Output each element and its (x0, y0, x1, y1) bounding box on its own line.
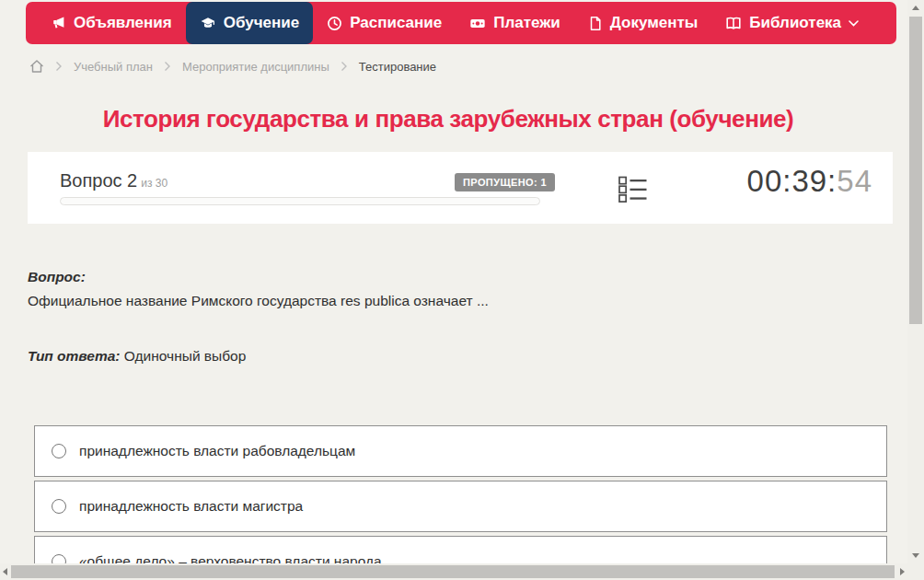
nav-item-announcements[interactable]: Объявления (37, 2, 186, 44)
book-icon (725, 16, 742, 31)
nav-item-label: Платежи (493, 14, 560, 32)
answer-type-label: Тип ответа: (28, 348, 121, 364)
chevron-down-icon (849, 20, 859, 27)
nav-item-label: Библиотека (749, 14, 841, 32)
test-timer: 00:39:54 (747, 164, 872, 199)
question-list-button[interactable] (618, 176, 647, 206)
nav-item-schedule[interactable]: Расписание (313, 2, 456, 44)
home-icon[interactable] (29, 59, 44, 74)
graduation-cap-icon (200, 16, 216, 31)
question-number: Вопрос 2из 30 (60, 170, 167, 191)
radio-button[interactable] (52, 499, 66, 514)
money-icon (469, 16, 486, 31)
scroll-left-arrow-icon[interactable] (3, 568, 7, 575)
answer-option-2[interactable]: принадлежность власти магистра (34, 481, 887, 532)
question-heading: Вопрос: (28, 269, 86, 285)
nav-item-label: Объявления (74, 14, 172, 32)
scroll-up-arrow-icon[interactable] (912, 6, 919, 10)
nav-item-payments[interactable]: Платежи (456, 2, 574, 44)
document-icon (588, 16, 603, 31)
answer-options: принадлежность власти рабовладельцам при… (34, 425, 887, 580)
vertical-scrollbar-thumb[interactable] (909, 17, 922, 324)
chevron-right-icon (164, 61, 171, 72)
breadcrumb-item-discipline-event[interactable]: Мероприятие дисциплины (182, 60, 329, 74)
breadcrumb-item-testing: Тестирование (359, 60, 436, 74)
chevron-right-icon (55, 61, 63, 72)
question-progress-bar (60, 197, 540, 205)
answer-option-label: принадлежность власти магистра (79, 498, 303, 515)
scrollbar-corner (907, 563, 924, 580)
horizontal-scrollbar-thumb[interactable] (11, 565, 895, 578)
page-title: История государства и права зарубежных с… (0, 105, 896, 133)
nav-item-label: Документы (610, 14, 699, 32)
vertical-scrollbar[interactable] (907, 0, 924, 563)
radio-button[interactable] (52, 444, 66, 458)
breadcrumb: Учебный план Мероприятие дисциплины Тест… (29, 58, 436, 75)
list-icon (618, 176, 647, 203)
megaphone-icon (51, 16, 66, 31)
skipped-badge: ПРОПУЩЕНО: 1 (455, 173, 555, 191)
nav-item-documents[interactable]: Документы (574, 2, 712, 44)
scroll-right-arrow-icon[interactable] (900, 568, 905, 575)
nav-item-library[interactable]: Библиотека (711, 2, 872, 44)
clock-icon (327, 16, 342, 31)
question-header-card: Вопрос 2из 30 ПРОПУЩЕНО: 1 00:39:54 (28, 152, 893, 224)
nav-item-label: Обучение (224, 14, 299, 32)
breadcrumb-item-curriculum[interactable]: Учебный план (74, 60, 153, 74)
answer-type-row: Тип ответа: Одиночный выбор (28, 348, 246, 365)
answer-option-1[interactable]: принадлежность власти рабовладельцам (34, 425, 887, 477)
horizontal-scrollbar[interactable] (0, 563, 907, 580)
chevron-right-icon (341, 61, 348, 72)
question-text: Официальное название Римского государств… (28, 293, 489, 309)
question-counter: из 30 (141, 177, 167, 190)
nav-item-learning[interactable]: Обучение (186, 2, 313, 44)
main-navbar: Объявления Обучение Расписание Платежи Д… (26, 2, 896, 44)
nav-item-label: Расписание (350, 14, 442, 32)
timer-minutes: 00:39: (747, 164, 837, 198)
timer-seconds: 54 (837, 164, 872, 198)
answer-option-label: принадлежность власти рабовладельцам (79, 443, 355, 459)
answer-type-value: Одиночный выбор (124, 348, 247, 364)
scroll-down-arrow-icon[interactable] (912, 553, 919, 558)
